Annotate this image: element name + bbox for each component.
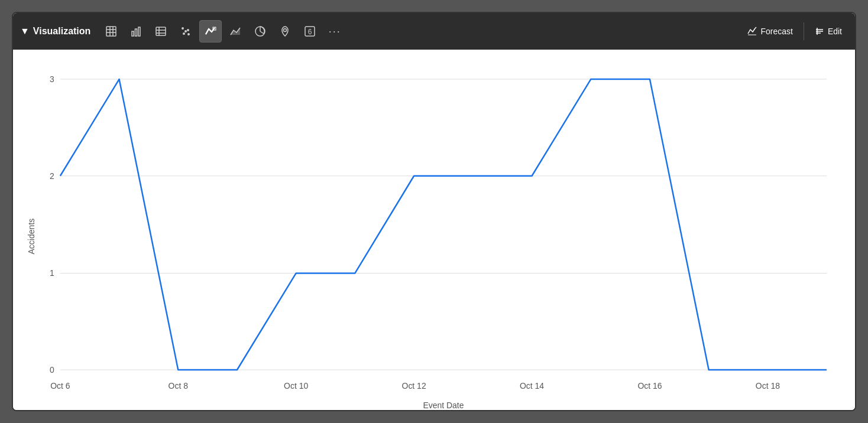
svg-point-16 [184,30,187,32]
forecast-label: Forecast [760,27,792,36]
panel-title: ▼ Visualization [20,26,90,37]
toolbar: ▼ Visualization [13,13,855,50]
chart-area: Accidents 0 1 2 3 Oct 6 [13,50,855,411]
x-axis-label: Event Date [423,401,464,410]
more-options-button[interactable]: ··· [323,20,346,43]
more-icon: ··· [329,25,341,38]
data-line [60,79,827,370]
svg-point-14 [183,32,185,35]
bar-chart-icon-button[interactable] [125,20,147,43]
pie-chart-icon [254,25,266,37]
x-tick-oct12: Oct 12 [402,381,426,391]
svg-rect-7 [138,27,140,36]
line-chart-icon-button[interactable] [199,20,222,43]
number-icon: 6 [304,25,316,37]
chart-container: Accidents 0 1 2 3 Oct 6 [25,61,843,411]
y-tick-2: 2 [50,171,54,181]
svg-text:6: 6 [308,28,312,36]
list-icon-button[interactable] [150,20,172,43]
svg-rect-6 [135,29,137,36]
area-chart-icon-button[interactable] [224,20,247,43]
y-axis-label: Accidents [27,219,36,255]
x-tick-oct6: Oct 6 [50,381,70,391]
svg-point-22 [284,29,287,32]
pie-chart-icon-button[interactable] [249,20,271,43]
list-icon [155,25,167,37]
map-icon-button[interactable] [274,20,296,43]
svg-point-13 [187,29,189,31]
visualization-panel: ▼ Visualization [12,12,856,411]
svg-point-15 [187,33,190,35]
y-tick-0: 0 [50,365,54,375]
edit-label: Edit [828,27,842,36]
separator [804,22,804,40]
svg-rect-0 [106,27,116,36]
line-chart-icon [205,25,216,37]
scatter-icon-button[interactable] [174,20,197,43]
y-tick-1: 1 [50,268,54,278]
x-tick-oct16: Oct 16 [637,381,662,391]
scatter-icon [180,25,192,37]
edit-button[interactable]: Edit [809,23,848,40]
number-icon-button[interactable]: 6 [299,20,321,43]
table-icon [105,25,117,37]
svg-rect-5 [132,31,134,36]
x-tick-oct10: Oct 10 [284,381,308,391]
edit-icon [815,27,824,36]
svg-point-12 [182,27,184,30]
table-icon-button[interactable] [100,20,122,43]
line-chart: Accidents 0 1 2 3 Oct 6 [25,61,843,411]
chevron-icon: ▼ [20,26,30,37]
x-tick-oct14: Oct 14 [520,381,544,391]
forecast-icon [747,27,757,36]
x-tick-oct18: Oct 18 [756,381,780,391]
map-icon [279,25,291,37]
area-chart-icon [229,25,241,37]
bar-chart-icon [130,25,142,37]
y-tick-3: 3 [50,74,54,84]
svg-line-21 [260,31,264,34]
svg-rect-8 [156,27,166,35]
forecast-button[interactable]: Forecast [741,23,798,40]
title-text: Visualization [33,26,91,37]
svg-line-25 [755,27,756,28]
x-tick-oct8: Oct 8 [169,381,189,391]
